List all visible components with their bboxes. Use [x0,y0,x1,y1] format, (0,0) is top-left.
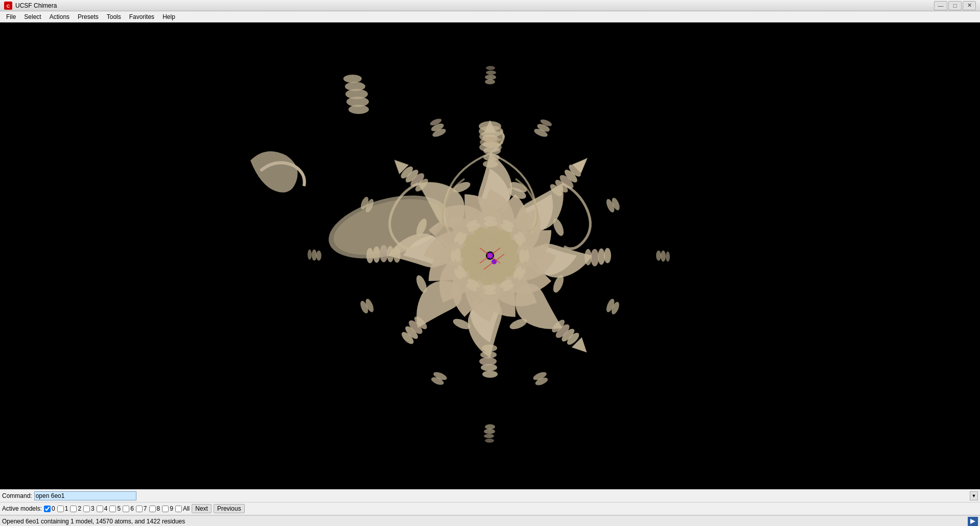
maximize-button[interactable]: □ [948,1,962,10]
command-bar: Command: ▼ [0,490,980,502]
svg-point-121 [661,250,666,262]
svg-point-43 [393,247,401,263]
command-input[interactable] [34,491,136,500]
menu-item-file[interactable]: File [2,12,20,21]
command-label: Command: [2,492,32,499]
menu-item-presets[interactable]: Presets [74,12,103,21]
model-all-checkbox[interactable] [175,506,182,512]
menu-item-actions[interactable]: Actions [45,12,74,21]
svg-point-34 [482,345,497,352]
model-all-group: All [175,505,190,512]
model-5-label: 5 [117,505,121,512]
model-8-checkbox[interactable] [149,506,156,512]
svg-point-7 [348,105,369,114]
status-icon[interactable] [968,517,978,526]
model-8-group: 8 [149,505,160,512]
svg-point-14 [483,161,498,168]
svg-point-41 [380,245,388,262]
status-bar: Opened 6eo1 containing 1 model, 14570 at… [0,515,980,526]
svg-point-3 [343,75,362,83]
model-3-group: 3 [83,505,95,512]
model-9-label: 9 [170,505,173,512]
svg-point-126 [485,439,494,443]
active-models-bar: Active models: 0 1 2 3 4 5 6 [0,502,980,515]
model-8-label: 8 [157,505,160,512]
model-5-checkbox[interactable] [109,506,116,512]
menu-item-favorites[interactable]: Favorites [125,12,158,21]
model-3-label: 3 [91,505,95,512]
model-4-checkbox[interactable] [97,506,103,512]
svg-point-71 [483,285,496,291]
model-6-checkbox[interactable] [123,506,129,512]
model-4-label: 4 [104,505,108,512]
model-1-checkbox[interactable] [57,506,64,512]
model-2-checkbox[interactable] [70,506,77,512]
titlebar-controls: — □ ✕ [934,1,976,10]
svg-point-117 [485,75,496,80]
svg-point-124 [484,429,495,434]
svg-point-128 [312,249,317,261]
model-7-group: 7 [136,505,147,512]
model-9-group: 9 [162,505,173,512]
svg-point-23 [591,249,599,266]
svg-point-33 [480,351,497,358]
titlebar-left: C UCSF Chimera [4,2,57,10]
model-6-label: 6 [130,505,134,512]
model-1-label: 1 [65,505,68,512]
next-button[interactable]: Next [192,504,212,513]
model-5-group: 5 [109,505,121,512]
model-0-label: 0 [52,505,55,512]
previous-button[interactable]: Previous [214,504,245,513]
model-9-checkbox[interactable] [162,506,169,512]
svg-point-24 [585,249,592,265]
svg-point-122 [666,251,670,262]
svg-point-118 [486,71,496,75]
titlebar: C UCSF Chimera — □ ✕ [0,0,980,11]
chimera-icon: C [4,2,12,10]
svg-point-127 [316,250,321,261]
active-models-label: Active models: [2,505,42,512]
svg-point-21 [604,248,611,263]
model-2-label: 2 [78,505,81,512]
svg-point-119 [486,66,495,70]
close-button[interactable]: ✕ [963,1,976,10]
arrow-icon [969,518,976,525]
titlebar-title: UCSF Chimera [15,2,57,9]
model-4-group: 4 [97,505,108,512]
svg-point-22 [598,248,605,265]
svg-text:C: C [7,4,10,9]
menu-item-tools[interactable]: Tools [103,12,125,21]
svg-point-65 [519,249,525,263]
model-2-group: 2 [70,505,81,512]
protein-visualization [0,22,980,489]
model-6-group: 6 [123,505,134,512]
status-text: Opened 6eo1 containing 1 model, 14570 at… [2,518,185,525]
viewport [0,22,980,489]
svg-point-123 [485,424,495,429]
minimize-button[interactable]: — [934,1,947,10]
svg-point-129 [308,249,312,260]
svg-point-59 [484,220,497,226]
command-dropdown-button[interactable]: ▼ [970,491,978,500]
svg-point-120 [656,250,661,261]
svg-point-77 [455,248,461,262]
model-0-group: 0 [44,505,55,512]
dropdown-arrow-icon: ▼ [972,493,976,498]
bottom-area: Command: ▼ Active models: 0 1 2 3 4 [0,489,980,526]
svg-point-30 [482,371,498,378]
svg-point-42 [387,246,394,262]
model-7-label: 7 [144,505,147,512]
menubar: FileSelectActionsPresetsToolsFavoritesHe… [0,11,980,22]
svg-point-125 [484,434,494,438]
model-0-checkbox[interactable] [44,506,51,512]
model-1-group: 1 [57,505,68,512]
model-7-checkbox[interactable] [136,506,143,512]
menu-item-select[interactable]: Select [20,12,45,21]
svg-point-39 [366,248,374,263]
menu-item-help[interactable]: Help [158,12,179,21]
svg-point-116 [485,79,495,84]
model-3-checkbox[interactable] [83,506,90,512]
svg-point-40 [373,246,380,263]
svg-point-32 [479,357,497,365]
svg-marker-130 [970,519,975,524]
